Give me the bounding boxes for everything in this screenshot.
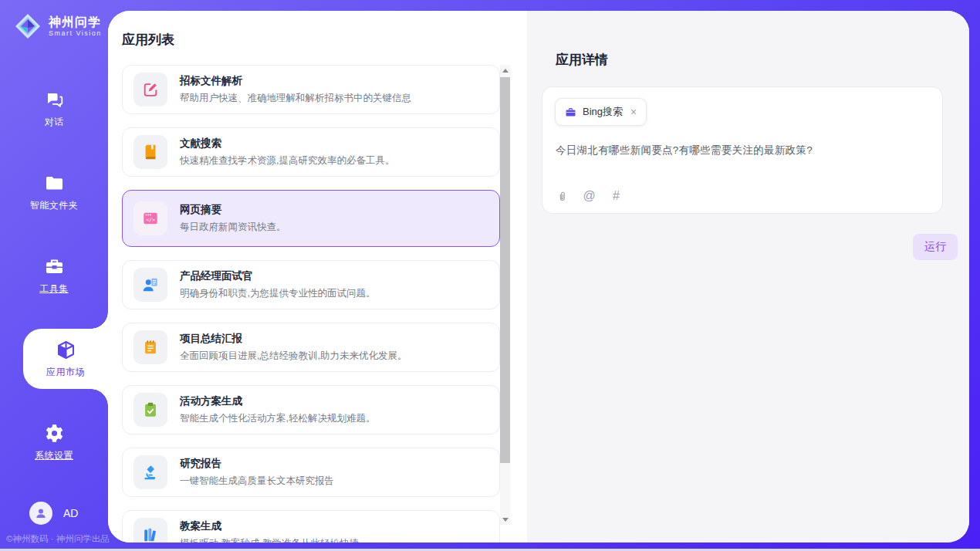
app-card-title: 项目总结汇报 — [180, 332, 407, 346]
app-icon-tile: </> — [133, 201, 167, 235]
browser-code-icon: </> — [142, 210, 159, 227]
book-icon — [142, 144, 159, 161]
folder-icon — [44, 173, 65, 194]
app-card-description: 快速精准查找学术资源,提高研究效率的必备工具。 — [180, 154, 394, 167]
app-icon-tile — [133, 268, 167, 302]
notepad-icon — [142, 339, 159, 356]
cube-icon — [56, 340, 76, 360]
copyright-footer: ©神州数码 · 神州问学出品 — [6, 533, 110, 545]
scrollbar-thumb[interactable] — [500, 77, 510, 463]
sidebar-item-app-market[interactable]: 应用市场 — [23, 329, 108, 389]
app-icon-tile — [133, 455, 167, 489]
app-card-title: 教案生成 — [180, 519, 359, 533]
app-icon-tile — [133, 393, 167, 427]
list-scrollbar[interactable] — [500, 65, 510, 525]
svg-text:</>: </> — [146, 217, 155, 223]
app-card-web-summary[interactable]: </> 网页摘要 每日政府新闻资讯快查。 — [122, 190, 500, 247]
brand-logo: 神州问学 Smart Vision — [0, 0, 108, 40]
app-card-description: 全面回顾项目进展,总结经验教训,助力未来优化发展。 — [180, 350, 407, 363]
app-card-list: 招标文件解析 帮助用户快速、准确地理解和解析招标书中的关键信息 文献搜索 快速精… — [122, 65, 500, 543]
sidebar: 神州问学 Smart Vision 对话 智能文件夹 工具集 应用市场 系统设置 — [0, 0, 108, 551]
app-list-title: 应用列表 — [122, 31, 527, 49]
hash-icon[interactable]: # — [610, 189, 623, 203]
brand-subtitle: Smart Vision — [49, 29, 102, 37]
app-card-description: 智能生成个性化活动方案,轻松解决规划难题。 — [180, 412, 375, 425]
toolbox-icon — [44, 256, 65, 277]
app-card-title: 网页摘要 — [180, 203, 286, 217]
attachment-toolbar: @# — [556, 189, 623, 203]
app-card-description: 模板驱动,教案秒成,教学准备从此轻松快捷 — [180, 537, 359, 543]
app-card-event-plan[interactable]: 活动方案生成 智能生成个性化活动方案,轻松解决规划难题。 — [122, 385, 500, 434]
brand-name: 神州问学 — [49, 15, 102, 29]
paperclip-icon[interactable] — [556, 189, 569, 203]
app-card-description: 每日政府新闻资讯快查。 — [180, 221, 286, 234]
app-card-title: 研究报告 — [180, 457, 334, 471]
briefcase-icon — [565, 106, 576, 118]
chat-icon — [44, 90, 65, 110]
brand-diamond-icon — [14, 12, 42, 40]
sidebar-item-system-settings[interactable]: 系统设置 — [0, 412, 108, 472]
app-list-panel: 应用列表 招标文件解析 帮助用户快速、准确地理解和解析招标书中的关键信息 — [108, 11, 527, 543]
app-card-title: 文献搜索 — [180, 137, 394, 150]
app-card-literature-search[interactable]: 文献搜索 快速精准查找学术资源,提高研究效率的必备工具。 — [122, 127, 500, 177]
app-icon-tile — [133, 135, 167, 169]
scroll-down-arrow-icon[interactable] — [500, 514, 510, 525]
prompt-card[interactable]: Bing搜索 × 今日湖北有哪些新闻要点?有哪些需要关注的最新政策? @# — [542, 86, 943, 214]
query-text[interactable]: 今日湖北有哪些新闻要点?有哪些需要关注的最新政策? — [556, 144, 930, 157]
app-card-bid-doc-parse[interactable]: 招标文件解析 帮助用户快速、准确地理解和解析招标书中的关键信息 — [122, 65, 500, 114]
tag-close-icon[interactable]: × — [630, 108, 637, 116]
app-detail-panel: 应用详情 Bing搜索 × 今日湖北有哪些新闻要点?有哪些需要关注的最新政策? … — [527, 11, 969, 543]
person-doc-icon — [142, 276, 159, 293]
app-card-title: 活动方案生成 — [180, 394, 375, 408]
app-detail-title: 应用详情 — [556, 51, 969, 69]
sidebar-item-smart-folder[interactable]: 智能文件夹 — [0, 162, 108, 222]
sidebar-nav: 对话 智能文件夹 工具集 应用市场 系统设置 — [0, 79, 108, 472]
gear-icon — [44, 423, 65, 444]
tool-tag-label: Bing搜索 — [583, 105, 623, 119]
microscope-icon — [142, 464, 159, 481]
run-button[interactable]: 运行 — [913, 234, 958, 260]
app-card-lesson-plan[interactable]: 教案生成 模板驱动,教案秒成,教学准备从此轻松快捷 — [122, 510, 500, 543]
scroll-up-arrow-icon[interactable] — [500, 65, 510, 76]
books-icon — [142, 526, 159, 543]
clipboard-check-icon — [142, 401, 159, 418]
app-card-pm-interviewer[interactable]: 产品经理面试官 明确身份和职责,为您提供专业性的面试问题。 — [122, 260, 500, 309]
app-card-description: 帮助用户快速、准确地理解和解析招标书中的关键信息 — [180, 92, 411, 105]
app-icon-tile — [133, 518, 167, 543]
app-card-research-report[interactable]: 研究报告 一键智能生成高质量长文本研究报告 — [122, 448, 500, 497]
app-icon-tile — [133, 73, 167, 106]
app-card-description: 明确身份和职责,为您提供专业性的面试问题。 — [180, 287, 375, 300]
app-card-description: 一键智能生成高质量长文本研究报告 — [180, 475, 334, 488]
avatar[interactable] — [29, 502, 52, 525]
tool-tag-bing-search[interactable]: Bing搜索 × — [555, 98, 647, 126]
at-icon[interactable]: @ — [583, 189, 596, 203]
user-name: AD — [63, 507, 78, 519]
app-card-title: 招标文件解析 — [180, 74, 411, 88]
app-icon-tile — [133, 330, 167, 364]
sidebar-item-toolset[interactable]: 工具集 — [0, 245, 108, 306]
user-row[interactable]: AD — [29, 502, 78, 525]
app-card-title: 产品经理面试官 — [180, 269, 375, 283]
content-frame: 应用列表 招标文件解析 帮助用户快速、准确地理解和解析招标书中的关键信息 — [108, 11, 969, 543]
edit-square-icon — [142, 81, 159, 98]
app-card-project-summary[interactable]: 项目总结汇报 全面回顾项目进展,总结经验教训,助力未来优化发展。 — [122, 323, 500, 372]
sidebar-item-chat[interactable]: 对话 — [0, 79, 108, 139]
